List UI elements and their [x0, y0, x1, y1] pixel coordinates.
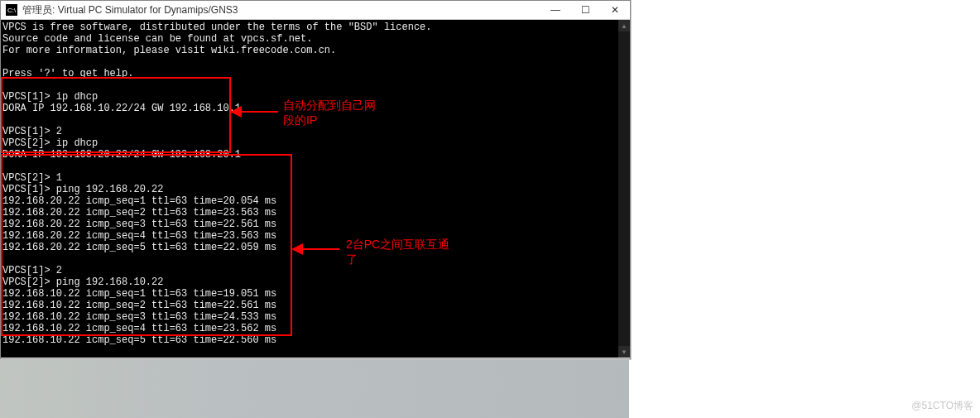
window-title: 管理员: Virtual PC Simulator for Dynamips/G…: [22, 3, 540, 17]
close-button[interactable]: ✕: [600, 1, 630, 19]
app-icon: C:\: [6, 4, 17, 16]
minimize-button[interactable]: —: [540, 1, 570, 19]
scroll-up-button[interactable]: ▲: [618, 20, 630, 31]
titlebar[interactable]: C:\ 管理员: Virtual PC Simulator for Dynami…: [1, 1, 630, 20]
terminal-output: VPCS is free software, distributed under…: [1, 20, 630, 358]
window-controls: — ☐ ✕: [540, 1, 630, 19]
title-text: Virtual PC Simulator for Dynamips/GNS3: [58, 4, 238, 16]
scrollbar[interactable]: ▲ ▼: [618, 20, 630, 358]
watermark: @51CTO博客: [911, 399, 973, 413]
maximize-button[interactable]: ☐: [570, 1, 600, 19]
terminal-viewport[interactable]: VPCS is free software, distributed under…: [1, 20, 630, 358]
scroll-down-button[interactable]: ▼: [618, 346, 630, 358]
title-prefix: 管理员:: [22, 4, 58, 16]
terminal-window: C:\ 管理员: Virtual PC Simulator for Dynami…: [0, 0, 631, 359]
desktop-background-strip: [0, 358, 629, 418]
